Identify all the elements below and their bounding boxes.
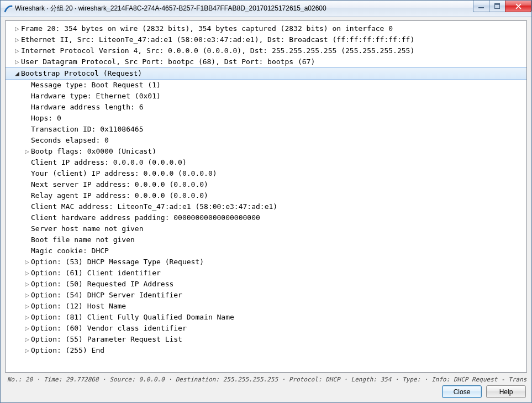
tree-row[interactable]: ▷Server host name not given [6,223,526,234]
tree-row-label: Client IP address: 0.0.0.0 (0.0.0.0) [31,157,187,168]
tree-row-label: Hardware type: Ethernet (0x01) [31,91,161,102]
tree-row-label: User Datagram Protocol, Src Port: bootpc… [21,56,315,67]
tree-row-label: Relay agent IP address: 0.0.0.0 (0.0.0.0… [31,190,208,201]
tree-row[interactable]: ▷Hardware type: Ethernet (0x01) [6,91,526,102]
tree-row[interactable]: ▷Bootp flags: 0x0000 (Unicast) [6,146,526,157]
tree-row[interactable]: ▷Your (client) IP address: 0.0.0.0 (0.0.… [6,168,526,179]
tree-row[interactable]: ▷Option: (60) Vendor class identifier [6,323,526,334]
expander-closed-icon[interactable]: ▷ [23,146,31,157]
expander-closed-icon[interactable]: ▷ [23,301,31,312]
expander-closed-icon[interactable]: ▷ [23,279,31,290]
close-button[interactable]: Close [442,385,482,398]
tree-row-label: Seconds elapsed: 0 [31,135,109,146]
tree-row[interactable]: ▷Option: (12) Host Name [6,301,526,312]
protocol-tree[interactable]: ▷Frame 20: 354 bytes on wire (2832 bits)… [5,20,527,373]
tree-row-label: Option: (55) Parameter Request List [31,334,182,345]
tree-row[interactable]: ▷Option: (54) DHCP Server Identifier [6,290,526,301]
tree-row[interactable]: ▷Client IP address: 0.0.0.0 (0.0.0.0) [6,157,526,168]
expander-closed-icon[interactable]: ▷ [23,312,31,323]
tree-row[interactable]: ▷Option: (255) End [6,345,526,356]
client-area: ▷Frame 20: 354 bytes on wire (2832 bits)… [1,17,531,402]
tree-row-label: Transaction ID: 0x11086465 [31,124,144,135]
window-title: Wireshark · 分组 20 · wireshark_2214FA8C-2… [15,4,473,13]
tree-row-label: Option: (255) End [31,345,104,356]
close-window-button[interactable] [505,1,531,12]
window-buttons [473,1,531,12]
tree-row-label: Server host name not given [31,223,144,234]
tree-row-label: Your (client) IP address: 0.0.0.0 (0.0.0… [31,168,217,179]
tree-row[interactable]: ◢Bootstrap Protocol (Request) [6,67,526,80]
tree-row[interactable]: ▷Option: (50) Requested IP Address [6,279,526,290]
tree-row[interactable]: ▷Client MAC address: LiteonTe_47:ad:e1 (… [6,201,526,212]
tree-row-label: Option: (54) DHCP Server Identifier [31,290,182,301]
tree-row[interactable]: ▷Option: (53) DHCP Message Type (Request… [6,257,526,268]
expander-closed-icon[interactable]: ▷ [23,323,31,334]
tree-row-label: Option: (61) Client identifier [31,268,161,279]
tree-row-label: Bootstrap Protocol (Request) [21,68,142,79]
tree-row-label: Option: (50) Requested IP Address [31,279,173,290]
tree-row-label: Message type: Boot Request (1) [31,80,161,91]
tree-row-label: Option: (81) Client Fully Qualified Doma… [31,312,234,323]
button-row: Close Help [5,385,527,398]
tree-row-label: Frame 20: 354 bytes on wire (2832 bits),… [21,23,393,34]
expander-closed-icon[interactable]: ▷ [23,334,31,345]
tree-row[interactable]: ▷Boot file name not given [6,234,526,245]
tree-row[interactable]: ▷Transaction ID: 0x11086465 [6,124,526,135]
tree-row-label: Option: (60) Vendor class identifier [31,323,187,334]
tree-row[interactable]: ▷Option: (61) Client identifier [6,268,526,279]
tree-row-label: Option: (12) Host Name [31,301,126,312]
expander-open-icon[interactable]: ◢ [13,68,21,79]
tree-row-label: Hops: 0 [31,113,61,124]
tree-row[interactable]: ▷User Datagram Protocol, Src Port: bootp… [6,56,526,67]
tree-row-label: Next server IP address: 0.0.0.0 (0.0.0.0… [31,179,208,190]
minimize-button[interactable] [473,1,489,12]
expander-closed-icon[interactable]: ▷ [13,34,21,45]
expander-closed-icon[interactable]: ▷ [23,257,31,268]
expander-closed-icon[interactable]: ▷ [23,290,31,301]
tree-row[interactable]: ▷Seconds elapsed: 0 [6,135,526,146]
tree-row-label: Internet Protocol Version 4, Src: 0.0.0.… [21,45,414,56]
expander-closed-icon[interactable]: ▷ [23,345,31,356]
tree-row-label: Boot file name not given [31,234,135,245]
wireshark-icon [4,4,13,13]
status-line: No.: 20 · Time: 29.772868 · Source: 0.0.… [5,373,527,385]
packet-details-window: Wireshark · 分组 20 · wireshark_2214FA8C-2… [0,0,532,403]
tree-row[interactable]: ▷Next server IP address: 0.0.0.0 (0.0.0.… [6,179,526,190]
expander-closed-icon[interactable]: ▷ [23,268,31,279]
tree-row-label: Client hardware address padding: 0000000… [31,212,260,223]
tree-row[interactable]: ▷Option: (55) Parameter Request List [6,334,526,345]
help-button[interactable]: Help [486,385,526,398]
tree-row-label: Ethernet II, Src: LiteonTe_47:ad:e1 (58:… [21,34,414,45]
titlebar[interactable]: Wireshark · 分组 20 · wireshark_2214FA8C-2… [1,1,531,17]
tree-row-label: Hardware address length: 6 [31,102,144,113]
tree-row[interactable]: ▷Option: (81) Client Fully Qualified Dom… [6,312,526,323]
tree-row-label: Client MAC address: LiteonTe_47:ad:e1 (5… [31,201,277,212]
tree-row[interactable]: ▷Ethernet II, Src: LiteonTe_47:ad:e1 (58… [6,34,526,45]
tree-row-label: Bootp flags: 0x0000 (Unicast) [31,146,156,157]
expander-closed-icon[interactable]: ▷ [13,23,21,34]
tree-row[interactable]: ▷Relay agent IP address: 0.0.0.0 (0.0.0.… [6,190,526,201]
tree-row[interactable]: ▷Frame 20: 354 bytes on wire (2832 bits)… [6,23,526,34]
tree-row[interactable]: ▷Message type: Boot Request (1) [6,80,526,91]
tree-row[interactable]: ▷Client hardware address padding: 000000… [6,212,526,223]
tree-row[interactable]: ▷Hardware address length: 6 [6,102,526,113]
tree-row[interactable]: ▷Magic cookie: DHCP [6,245,526,257]
tree-row-label: Option: (53) DHCP Message Type (Request) [31,257,204,268]
expander-closed-icon[interactable]: ▷ [13,56,21,67]
tree-row[interactable]: ▷Internet Protocol Version 4, Src: 0.0.0… [6,45,526,56]
tree-row-label: Magic cookie: DHCP [31,245,109,257]
maximize-button[interactable] [489,1,505,12]
tree-row[interactable]: ▷Hops: 0 [6,113,526,124]
expander-closed-icon[interactable]: ▷ [13,45,21,56]
